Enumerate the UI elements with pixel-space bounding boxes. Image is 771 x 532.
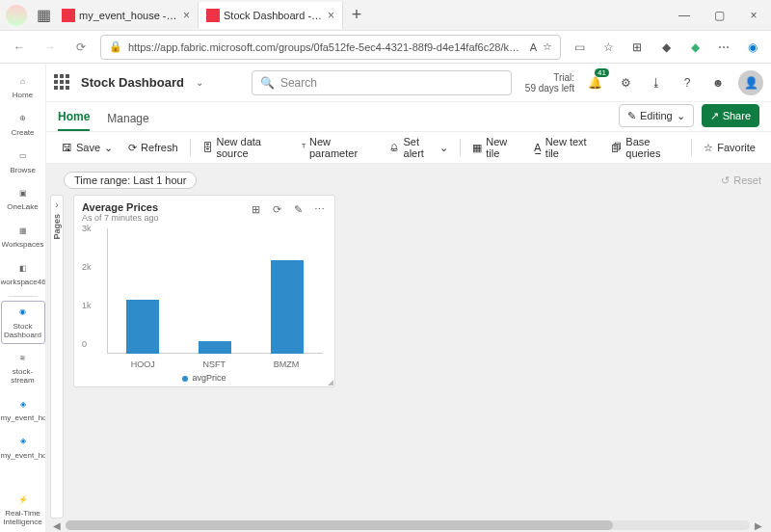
extension-icon[interactable]: ◆ [655,37,677,58]
refresh-icon: ⟳ [128,142,137,154]
nav-current-workspace[interactable]: ◧workspace46360677 [1,256,45,292]
nav-realtime-intelligence[interactable]: ⚡Real-Time Intelligence [1,488,45,532]
close-icon[interactable]: × [328,9,334,22]
browse-icon: ▭ [15,149,31,165]
resize-handle[interactable] [326,378,333,386]
new-tab-button[interactable]: + [343,5,370,25]
page-tabs: Home Manage ✎Editing⌄ ↗Share [46,102,771,131]
home-icon: ⌂ [15,74,31,90]
tab-manage[interactable]: Manage [107,112,148,131]
scroll-left-icon[interactable]: ◀ [50,520,64,531]
new-parameter-button[interactable]: ᵀNew parameter [296,135,380,160]
settings-gear-icon[interactable]: ⚙ [615,72,636,93]
tab-actions-icon[interactable]: ▦ [33,5,54,26]
save-button[interactable]: 🖫Save⌄ [56,135,119,160]
plus-circle-icon: ⊕ [15,112,31,127]
tile-average-prices[interactable]: Average Prices As of 7 minutes ago ⊞ ⟳ ✎… [73,195,335,387]
favicon-icon [206,9,220,22]
nav-browse[interactable]: ▭Browse [1,145,45,180]
browser-tab[interactable]: my_event_house - Real-Time Inte × [54,2,199,29]
back-icon[interactable]: ← [8,36,31,59]
profile-avatar[interactable] [6,5,27,26]
dashboard-grid[interactable]: Average Prices As of 7 minutes ago ⊞ ⟳ ✎… [69,195,765,519]
xlabel: BMZM [274,359,300,369]
editing-mode-button[interactable]: ✎Editing⌄ [619,104,694,127]
user-avatar[interactable]: 👤 [738,70,763,95]
bar-bmzm[interactable] [271,260,304,355]
x-axis-labels: HOOJ NSFT BMZM [107,359,323,369]
bar-hooj[interactable] [126,300,159,354]
nav-stock-dashboard[interactable]: ◉Stock Dashboard [1,301,45,345]
query-icon: 🗐 [611,142,622,153]
tile-icon: ▦ [472,142,482,154]
favorite-button[interactable]: ☆Favorite [698,135,761,160]
horizontal-scrollbar[interactable]: ◀ ▶ [50,519,765,532]
new-tile-button[interactable]: ▦New tile [466,135,524,160]
search-input[interactable]: 🔍 Search [252,70,512,95]
reset-button[interactable]: ↺Reset [721,174,761,187]
command-bar: 🖫Save⌄ ⟳Refresh 🗄New data source ᵀNew pa… [46,131,771,164]
url-input[interactable]: 🔒 https://app.fabric.microsoft.com/group… [100,35,561,60]
search-icon: 🔍 [260,76,275,90]
tile-more-icon[interactable]: ⋯ [311,201,327,217]
close-icon[interactable]: × [183,9,190,22]
dashboard-icon: ◉ [15,306,31,321]
window-minimize-icon[interactable]: — [667,0,702,31]
tile-edit-icon[interactable]: ✎ [290,201,306,217]
copilot-icon[interactable]: ◉ [742,37,763,58]
download-icon[interactable]: ⭳ [646,72,667,93]
extension-icon[interactable]: ◆ [684,37,705,58]
bell-icon: 🕭 [389,142,400,153]
share-button[interactable]: ↗Share [702,104,759,127]
read-aloud-icon[interactable]: A [530,41,537,53]
new-text-tile-button[interactable]: A̲New text tile [528,135,601,160]
pages-panel-toggle[interactable]: › Pages [50,195,64,519]
nav-home[interactable]: ⌂Home [1,69,45,105]
tile-refresh-icon[interactable]: ⟳ [269,201,284,217]
ytick: 2k [82,262,92,272]
tile-title: Average Prices [82,201,248,213]
tabs-overview-icon[interactable]: ▭ [569,37,590,58]
refresh-icon[interactable]: ⟳ [69,36,93,59]
scroll-thumb[interactable] [66,520,613,530]
bolt-icon: ⚡ [15,492,31,508]
more-icon[interactable]: ⋯ [713,37,734,58]
feedback-icon[interactable]: ☻ [707,72,729,93]
notifications-icon[interactable]: 🔔41 [584,72,605,93]
scroll-right-icon[interactable]: ▶ [752,520,765,531]
chevron-down-icon[interactable]: ⌄ [196,77,203,88]
main-content: Stock Dashboard ⌄ 🔍 Search Trial:59 days… [46,64,771,532]
nav-eventhouse-1[interactable]: ◈my_event_house [1,392,45,428]
nav-stockstream[interactable]: ≋stock-stream [1,346,45,390]
new-data-source-button[interactable]: 🗄New data source [197,135,292,160]
share-icon: ↗ [710,110,719,122]
help-icon[interactable]: ? [677,72,698,93]
ytick: 0 [82,339,87,349]
nav-onelake[interactable]: ▣OneLake [1,181,45,217]
nav-eventhouse-2[interactable]: ◈my_event_house [1,430,45,466]
favorites-icon[interactable]: ☆ [598,37,619,58]
bar-nsft[interactable] [199,341,231,354]
browser-tab-active[interactable]: Stock Dashboard - Real-Time Inte × [199,2,343,29]
set-alert-button[interactable]: 🕭Set alert⌄ [384,135,455,160]
tab-title: Stock Dashboard - Real-Time Inte [224,10,324,21]
trial-status[interactable]: Trial:59 days left [525,72,574,93]
favorite-star-icon[interactable]: ☆ [543,40,552,53]
database-icon: 🗄 [202,142,213,153]
collections-icon[interactable]: ⊞ [626,37,648,58]
page-title: Stock Dashboard [81,75,184,90]
app-header: Stock Dashboard ⌄ 🔍 Search Trial:59 days… [46,64,771,102]
stream-icon: ≋ [15,351,31,366]
window-maximize-icon[interactable]: ▢ [702,0,736,31]
nav-workspaces[interactable]: ▦Workspaces [1,219,45,254]
app-launcher-icon[interactable] [54,74,71,92]
bar-chart: 0 1k 2k 3k HOOJ [82,226,327,383]
time-range-picker[interactable]: Time range: Last 1 hour [64,172,197,189]
explore-icon[interactable]: ⊞ [248,201,263,217]
base-queries-button[interactable]: 🗐Base queries [605,135,685,160]
window-close-icon[interactable]: × [736,0,771,31]
nav-create[interactable]: ⊕Create [1,107,45,143]
refresh-button[interactable]: ⟳Refresh [122,135,184,160]
tab-home[interactable]: Home [58,110,90,131]
scroll-track[interactable] [66,520,750,530]
